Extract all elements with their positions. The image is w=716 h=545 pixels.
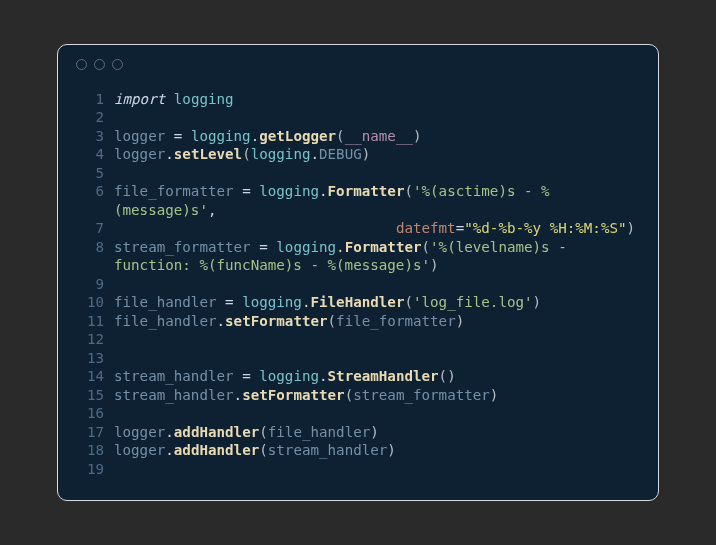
line-number: 19 [76, 460, 104, 479]
code-line: 15stream_handler.setFormatter(stream_for… [76, 386, 640, 405]
line-number: 13 [76, 349, 104, 368]
line-number: 14 [76, 367, 104, 386]
line-content: stream_formatter = logging.Formatter('%(… [114, 238, 640, 275]
code-line: 18logger.addHandler(stream_handler) [76, 441, 640, 460]
window-minimize-icon[interactable] [94, 59, 105, 70]
code-line: 16 [76, 404, 640, 423]
line-number: 4 [76, 145, 104, 164]
line-content: logger = logging.getLogger(__name__) [114, 127, 422, 146]
code-line: 17logger.addHandler(file_handler) [76, 423, 640, 442]
line-number: 11 [76, 312, 104, 331]
line-content: stream_handler = logging.StreamHandler() [114, 367, 456, 386]
line-content: logger.addHandler(stream_handler) [114, 441, 396, 460]
window-close-icon[interactable] [76, 59, 87, 70]
code-line: 19 [76, 460, 640, 479]
code-line: 1import logging [76, 90, 640, 109]
code-line: 5 [76, 164, 640, 183]
line-number: 9 [76, 275, 104, 294]
code-line: 7 datefmt="%d-%b-%y %H:%M:%S") [76, 219, 640, 238]
code-line: 13 [76, 349, 640, 368]
code-line: 3logger = logging.getLogger(__name__) [76, 127, 640, 146]
line-content: logger.setLevel(logging.DEBUG) [114, 145, 370, 164]
code-line: 4logger.setLevel(logging.DEBUG) [76, 145, 640, 164]
line-content: file_handler = logging.FileHandler('log_… [114, 293, 541, 312]
line-number: 12 [76, 330, 104, 349]
line-content: stream_handler.setFormatter(stream_forma… [114, 386, 498, 405]
line-content: logger.addHandler(file_handler) [114, 423, 379, 442]
code-line: 2 [76, 108, 640, 127]
line-number: 7 [76, 219, 104, 238]
line-number: 1 [76, 90, 104, 109]
code-window: 1import logging23logger = logging.getLog… [57, 44, 659, 502]
line-number: 16 [76, 404, 104, 423]
code-line: 14stream_handler = logging.StreamHandler… [76, 367, 640, 386]
code-block: 1import logging23logger = logging.getLog… [76, 90, 640, 479]
code-line: 11file_handler.setFormatter(file_formatt… [76, 312, 640, 331]
line-number: 5 [76, 164, 104, 183]
line-number: 18 [76, 441, 104, 460]
line-number: 15 [76, 386, 104, 405]
line-number: 10 [76, 293, 104, 312]
line-content: file_handler.setFormatter(file_formatter… [114, 312, 464, 331]
code-line: 6file_formatter = logging.Formatter('%(a… [76, 182, 640, 219]
line-number: 3 [76, 127, 104, 146]
line-content: file_formatter = logging.Formatter('%(as… [114, 182, 640, 219]
code-line: 12 [76, 330, 640, 349]
code-line: 10file_handler = logging.FileHandler('lo… [76, 293, 640, 312]
line-number: 6 [76, 182, 104, 219]
line-content: datefmt="%d-%b-%y %H:%M:%S") [114, 219, 635, 238]
window-controls [76, 59, 640, 70]
line-number: 2 [76, 108, 104, 127]
line-number: 8 [76, 238, 104, 275]
code-line: 9 [76, 275, 640, 294]
code-line: 8stream_formatter = logging.Formatter('%… [76, 238, 640, 275]
line-number: 17 [76, 423, 104, 442]
line-content: import logging [114, 90, 234, 109]
window-maximize-icon[interactable] [112, 59, 123, 70]
